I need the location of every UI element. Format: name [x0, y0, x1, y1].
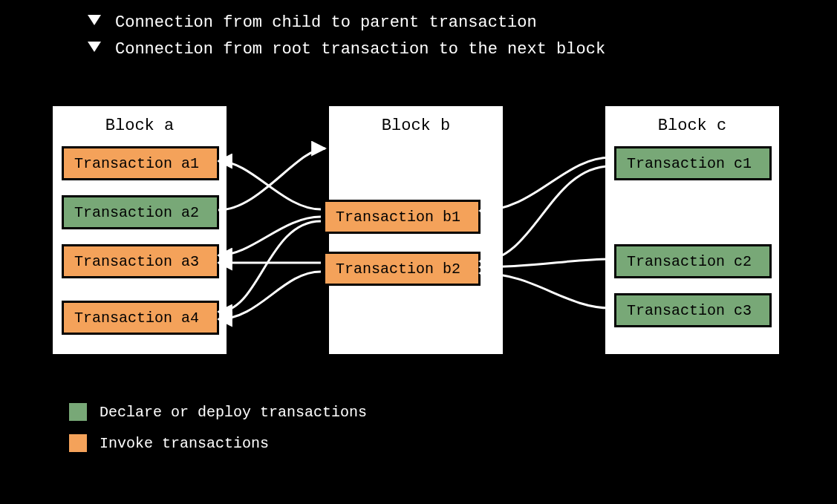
edge-b1-a4: [218, 221, 321, 312]
legend-label-invoke: Invoke transactions: [100, 435, 269, 452]
block-a: Block a Transaction a1 Transaction a2 Tr…: [51, 104, 229, 356]
block-a-title: Block a: [53, 106, 227, 135]
caption-child-to-parent: Connection from child to parent transact…: [115, 13, 537, 32]
caption-root-to-block: Connection from root transaction to the …: [115, 40, 605, 59]
transaction-b2-label: Transaction b2: [336, 261, 460, 278]
transaction-a2: Transaction a2: [62, 195, 219, 229]
edge-a2-blockb: [218, 148, 325, 210]
arrowhead-icon: [88, 42, 101, 52]
transaction-c2: Transaction c2: [614, 244, 772, 278]
block-b-title: Block b: [329, 106, 503, 135]
block-b: Block b Transaction b1 Transaction b2: [327, 104, 505, 356]
block-c: Block c Transaction c1 Transaction c2 Tr…: [603, 104, 781, 356]
edge-b2-a4: [218, 272, 321, 319]
legend-swatch-declare-deploy: [67, 401, 89, 423]
transaction-b2: Transaction b2: [323, 252, 481, 286]
transaction-c3-label: Transaction c3: [627, 302, 752, 319]
transaction-a3-label: Transaction a3: [74, 253, 199, 270]
transaction-a4-label: Transaction a4: [74, 310, 199, 327]
edge-b1-a3: [218, 217, 321, 255]
legend-label-declare-deploy: Declare or deploy transactions: [100, 404, 367, 421]
arrowhead-icon: [88, 15, 101, 25]
transaction-b1-label: Transaction b1: [336, 209, 460, 226]
transaction-a1-label: Transaction a1: [74, 155, 199, 172]
transaction-a2-label: Transaction a2: [74, 204, 199, 221]
transaction-c1-label: Transaction c1: [627, 155, 752, 172]
transaction-c1: Transaction c1: [614, 146, 772, 180]
block-c-title: Block c: [605, 106, 779, 135]
transaction-b1: Transaction b1: [323, 200, 481, 234]
transaction-a1: Transaction a1: [62, 146, 219, 180]
transaction-c3: Transaction c3: [614, 293, 772, 327]
legend-swatch-invoke: [67, 432, 89, 454]
transaction-a4: Transaction a4: [62, 301, 219, 335]
transaction-c2-label: Transaction c2: [627, 253, 752, 270]
edge-b1-a1: [218, 161, 321, 209]
transaction-a3: Transaction a3: [62, 244, 219, 278]
